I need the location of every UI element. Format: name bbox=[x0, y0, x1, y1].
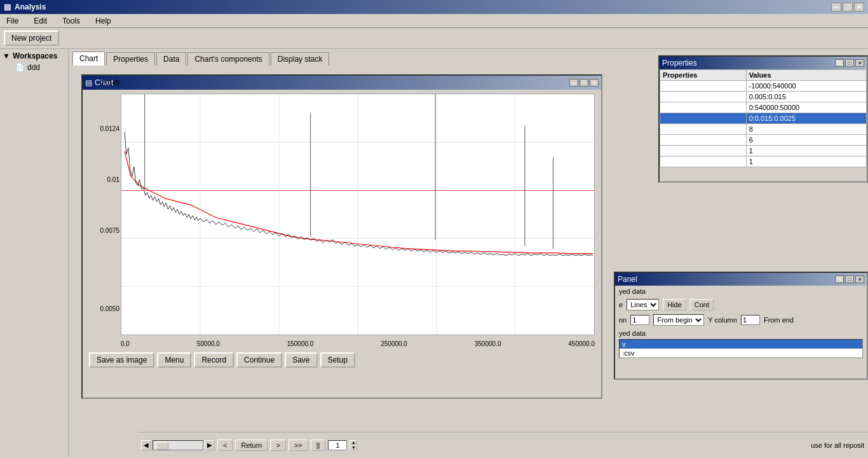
prop-row-0[interactable]: -10000:540000 bbox=[660, 81, 867, 92]
props-restore-btn[interactable]: ⬜ bbox=[835, 59, 844, 67]
sp-restore-btn[interactable]: ⬜ bbox=[835, 275, 844, 283]
prop-row-2[interactable]: 0:540000:50000 bbox=[660, 102, 867, 113]
tab-chart-components[interactable]: Chart's components bbox=[187, 52, 269, 66]
sp-cont-btn[interactable]: Cont bbox=[690, 299, 714, 310]
y-label-1: 0.0149 bbox=[89, 80, 119, 87]
value-cell-3: 0:0.015:0.0025 bbox=[746, 113, 866, 124]
close-btn[interactable]: ✕ bbox=[854, 3, 864, 11]
y-label-2: 0.0124 bbox=[89, 125, 119, 132]
tab-data[interactable]: Data bbox=[156, 52, 186, 66]
prop-cell-4 bbox=[660, 124, 747, 135]
menu-button[interactable]: Menu bbox=[157, 352, 191, 368]
nav-number-input[interactable] bbox=[328, 440, 347, 450]
sp-row-3: nn From begin Y column From end bbox=[615, 312, 867, 328]
setup-button[interactable]: Setup bbox=[320, 352, 355, 368]
x-label-3: 250000.0 bbox=[381, 340, 407, 347]
toolbar: New project bbox=[0, 28, 868, 49]
sp-col-input[interactable] bbox=[630, 315, 649, 325]
prop-row-5[interactable]: 6 bbox=[660, 135, 867, 146]
bottom-text: use for all reposit bbox=[811, 441, 864, 449]
content-area: Chart Properties Data Chart's components… bbox=[69, 49, 868, 457]
menu-tools[interactable]: Tools bbox=[58, 15, 84, 27]
save-as-image-button[interactable]: Save as image bbox=[89, 352, 154, 368]
tab-properties[interactable]: Properties bbox=[106, 52, 155, 66]
minimize-btn[interactable]: — bbox=[831, 3, 841, 11]
sidebar-item-ddd[interactable]: 📄 ddd bbox=[3, 63, 65, 72]
nav-spinners: ▲ ▼ bbox=[349, 440, 357, 450]
value-cell-1: 0.005:0.015 bbox=[746, 92, 866, 102]
sp-close-btn[interactable]: ✕ bbox=[855, 275, 864, 283]
chart-minimize-btn[interactable]: — bbox=[569, 79, 578, 87]
menu-file[interactable]: File bbox=[3, 15, 22, 27]
value-cell-6: 1 bbox=[746, 146, 866, 156]
doc-icon: 📄 bbox=[15, 63, 25, 72]
props-close-btn[interactable]: ✕ bbox=[855, 59, 864, 67]
spin-down-btn[interactable]: ▼ bbox=[349, 445, 357, 450]
second-panel-title-label: Panel bbox=[618, 275, 637, 284]
displayed-item-1[interactable]: :csv bbox=[620, 349, 862, 357]
sp-ycol-label: Y column bbox=[708, 316, 737, 324]
second-panel: Panel ⬜ □ ✕ yed data e Lines Hide Cont n… bbox=[614, 272, 868, 380]
scroll-thumb[interactable] bbox=[156, 442, 168, 450]
tab-display-stack[interactable]: Display stack bbox=[271, 52, 330, 66]
nav-ffwd-btn[interactable]: >> bbox=[288, 440, 308, 451]
nav-back-btn[interactable]: < bbox=[217, 440, 233, 451]
sidebar: ▼ Workspaces 📄 ddd bbox=[0, 49, 69, 457]
value-cell-4: 8 bbox=[746, 124, 866, 135]
value-cell-0: -10000:540000 bbox=[746, 81, 866, 92]
continue-button[interactable]: Continue bbox=[236, 352, 282, 368]
displayed-list[interactable]: v :csv bbox=[619, 339, 863, 358]
prop-row-1[interactable]: 0.005:0.015 bbox=[660, 92, 867, 102]
chart-maximize-btn[interactable]: □ bbox=[580, 79, 588, 87]
expand-icon: ▼ bbox=[3, 52, 10, 60]
sp-displayed-label: yed data bbox=[619, 288, 646, 295]
props-max-btn[interactable]: □ bbox=[845, 59, 854, 67]
properties-scroll[interactable]: Properties Values -10000:5400000.005:0.0… bbox=[660, 69, 867, 168]
y-label-3: 0.01 bbox=[89, 176, 119, 183]
bottom-bar: ◀ ▶ < Return > >> || ▲ ▼ use for all rep… bbox=[137, 432, 868, 457]
prop-row-6[interactable]: 1 bbox=[660, 146, 867, 156]
displayed-item-0[interactable]: v bbox=[620, 340, 862, 349]
sp-row-1: yed data bbox=[615, 286, 867, 297]
value-cell-7: 1 bbox=[746, 156, 866, 167]
chart-window: ▤ Chart — □ ✕ 0.0149 0.0124 0.01 0.0075 … bbox=[81, 74, 602, 399]
sidebar-item-label: ddd bbox=[27, 63, 40, 72]
scroll-left-btn[interactable]: ◀ bbox=[141, 440, 151, 450]
menu-help[interactable]: Help bbox=[92, 15, 115, 27]
sp-max-btn[interactable]: □ bbox=[845, 275, 854, 283]
nav-fwd-btn[interactable]: > bbox=[270, 440, 285, 451]
prop-cell-7 bbox=[660, 156, 747, 167]
scroll-track[interactable] bbox=[153, 440, 203, 450]
new-project-button[interactable]: New project bbox=[4, 31, 59, 46]
value-cell-5: 6 bbox=[746, 135, 866, 146]
properties-panel: Properties ⬜ □ ✕ Properties Values bbox=[658, 55, 868, 183]
nav-pause-btn[interactable]: || bbox=[311, 440, 326, 451]
prop-cell-0 bbox=[660, 81, 747, 92]
x-label-0: 0.0 bbox=[121, 340, 130, 347]
record-button[interactable]: Record bbox=[194, 352, 234, 368]
return-btn[interactable]: Return bbox=[235, 440, 268, 451]
sp-type-select[interactable]: Lines bbox=[627, 299, 659, 310]
menu-edit[interactable]: Edit bbox=[30, 15, 51, 27]
chart-close-btn[interactable]: ✕ bbox=[590, 79, 599, 87]
maximize-btn[interactable]: □ bbox=[843, 3, 853, 11]
save-button[interactable]: Save bbox=[285, 352, 317, 368]
x-label-2: 150000.0 bbox=[287, 340, 314, 347]
main-layout: ▼ Workspaces 📄 ddd Chart Properties Data… bbox=[0, 49, 868, 457]
chart-plot bbox=[121, 94, 595, 335]
sp-from-end-label: From end bbox=[764, 316, 794, 324]
tab-chart[interactable]: Chart bbox=[72, 52, 105, 66]
sp-row-4: yed data bbox=[615, 328, 867, 339]
sp-ycol-input[interactable] bbox=[741, 315, 760, 325]
spin-up-btn[interactable]: ▲ bbox=[349, 440, 357, 445]
prop-row-4[interactable]: 8 bbox=[660, 124, 867, 135]
chart-svg bbox=[121, 94, 594, 335]
sp-displayed2-label: yed data bbox=[619, 330, 646, 337]
y-label-4: 0.0075 bbox=[89, 227, 119, 234]
scroll-right-btn[interactable]: ▶ bbox=[205, 440, 215, 450]
sp-from-select[interactable]: From begin bbox=[653, 314, 704, 326]
sp-hide-btn[interactable]: Hide bbox=[663, 299, 686, 310]
prop-row-3[interactable]: 0:0.015:0.0025 bbox=[660, 113, 867, 124]
sp-col-label: nn bbox=[619, 316, 627, 324]
prop-row-7[interactable]: 1 bbox=[660, 156, 867, 167]
